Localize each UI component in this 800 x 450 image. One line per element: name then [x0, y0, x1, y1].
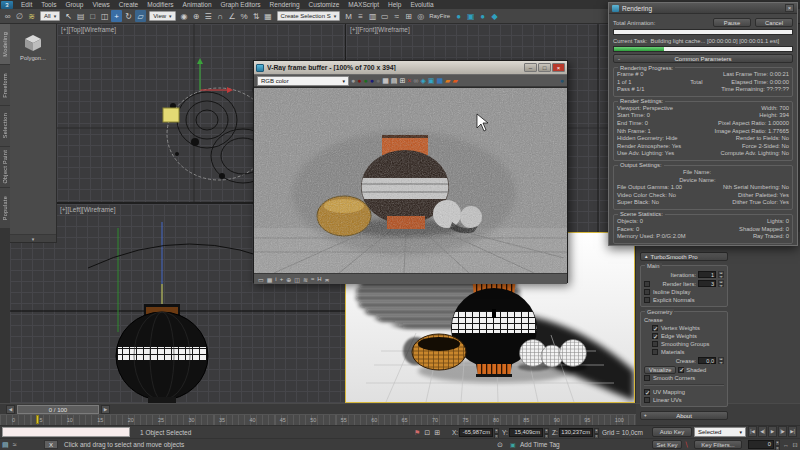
current-frame-field[interactable]: 0: [748, 440, 774, 449]
shaded-checkbox[interactable]: [678, 367, 684, 373]
shaded-basket[interactable]: [403, 334, 466, 370]
checkbox[interactable]: [652, 341, 658, 347]
iterations-field[interactable]: 1: [698, 271, 716, 278]
checkbox[interactable]: [652, 325, 658, 331]
vray-frame-buffer-window[interactable]: V-Ray frame buffer - [100% of 700 x 394]…: [253, 60, 568, 283]
select-and-scale-icon[interactable]: ▱: [135, 10, 146, 22]
crease-spinner[interactable]: ▲▼: [718, 357, 724, 364]
select-and-link-icon[interactable]: ∞: [2, 10, 13, 22]
pause-button[interactable]: Pause: [713, 18, 751, 27]
x-coord-field[interactable]: -65,987cm: [459, 428, 493, 437]
clear-image-icon[interactable]: ×: [407, 75, 411, 86]
menu-item[interactable]: Graph Editors: [221, 0, 261, 9]
select-and-manipulate-icon[interactable]: ⊕: [191, 10, 202, 22]
schematic-view-icon[interactable]: ⊞: [403, 10, 414, 22]
ribbon-tab[interactable]: Freeform: [0, 65, 10, 105]
checkbox-row[interactable]: Edge Weights: [652, 332, 724, 340]
unlink-selection-icon[interactable]: ∅: [14, 10, 25, 22]
y-coord-field[interactable]: 15,409cm: [509, 428, 543, 437]
select-and-move-icon[interactable]: +: [111, 10, 122, 22]
force-color-clamping-icon[interactable]: ▰: [445, 75, 450, 86]
layer-manager-icon[interactable]: ▥: [367, 10, 378, 22]
time-configuration-icon[interactable]: ⊙: [497, 439, 503, 450]
render-iters-checkbox[interactable]: [644, 281, 650, 287]
next-frame-button[interactable]: |▶: [778, 426, 787, 437]
menu-item[interactable]: Tools: [41, 0, 56, 9]
z-coord-spinner[interactable]: ▲▼: [594, 428, 599, 437]
cancel-button[interactable]: Cancel: [755, 18, 793, 27]
select-by-name-icon[interactable]: ▤: [75, 10, 86, 22]
checkbox-row[interactable]: UV Mapping: [644, 388, 724, 396]
turbosmooth-rollout-header[interactable]: ▲ TurboSmooth Pro: [640, 252, 728, 261]
named-selection-sets-dropdown[interactable]: Create Selection S: [277, 11, 341, 21]
menu-item[interactable]: Rendering: [270, 0, 300, 9]
vfb-compare-icon[interactable]: ▭: [258, 276, 264, 283]
select-object-icon[interactable]: ↖: [63, 10, 74, 22]
time-marker[interactable]: [36, 415, 39, 424]
checkbox-row[interactable]: Isoline Display: [644, 288, 724, 296]
percent-snap-icon[interactable]: %: [239, 10, 250, 22]
menu-item[interactable]: Modifiers: [147, 0, 173, 9]
spinner-snap-icon[interactable]: ⇅: [251, 10, 262, 22]
next-frame-arrow[interactable]: ▶: [101, 405, 110, 414]
checkbox[interactable]: [644, 397, 650, 403]
auto-key-button[interactable]: Auto Key: [652, 427, 692, 437]
vfb-curves-icon[interactable]: ≈: [311, 276, 314, 282]
vfb-close-button[interactable]: ×: [552, 63, 565, 72]
maxscript-listener-icon[interactable]: ▤: [2, 439, 9, 450]
angle-snap-icon[interactable]: ∠: [227, 10, 238, 22]
red-channel-icon[interactable]: ●: [357, 75, 361, 86]
menu-item[interactable]: Evolutia: [410, 0, 433, 9]
ribbon-tab[interactable]: Object Paint: [0, 147, 10, 187]
menu-item[interactable]: Animation: [183, 0, 212, 9]
menu-item[interactable]: Views: [92, 0, 109, 9]
crease-field[interactable]: 0,0: [698, 357, 716, 364]
region-render-icon[interactable]: ▣: [428, 75, 435, 86]
rgb-channels-icon[interactable]: ●: [351, 75, 355, 86]
select-and-rotate-icon[interactable]: ↻: [123, 10, 134, 22]
vfb-one-to-one-icon[interactable]: ◫: [294, 276, 300, 283]
channel-dropdown[interactable]: RGB color: [257, 76, 349, 86]
keyboard-shortcut-override-icon[interactable]: ☰: [203, 10, 214, 22]
use-pivot-point-icon[interactable]: ◉: [179, 10, 190, 22]
checkbox-row[interactable]: Explicit Normals: [644, 296, 724, 304]
ribbon-tab[interactable]: Selection: [0, 106, 10, 146]
view-clamped-colors-icon[interactable]: ▰: [452, 75, 457, 86]
alpha-channel-icon[interactable]: ●: [376, 75, 380, 86]
maxscript-mini-listener[interactable]: [2, 427, 130, 437]
checkbox[interactable]: [644, 375, 650, 381]
link-vfb-icon[interactable]: ∞: [413, 75, 418, 86]
play-button[interactable]: ▶: [768, 426, 777, 437]
vfb-pixel-info-icon[interactable]: i: [275, 276, 276, 282]
selection-filter-dropdown[interactable]: All: [40, 11, 60, 21]
time-slider[interactable]: 0 / 100: [17, 405, 99, 414]
go-to-end-button[interactable]: ▶|: [788, 426, 797, 437]
rendering-dialog-title-bar[interactable]: Rendering ×: [609, 3, 797, 14]
ribbon-panel-expand[interactable]: ▾: [10, 234, 56, 242]
window-crossing-icon[interactable]: ◫: [99, 10, 110, 22]
about-rollout[interactable]: + About: [640, 411, 728, 420]
menu-item[interactable]: Edit: [21, 0, 32, 9]
selection-set-dropdown[interactable]: Selected: [694, 427, 746, 437]
render-iters-spinner[interactable]: ▲▼: [718, 280, 724, 287]
track-mouse-icon[interactable]: ◈: [420, 75, 425, 86]
vfb-histogram-icon[interactable]: H: [317, 276, 321, 282]
checkbox[interactable]: [644, 389, 650, 395]
reference-coordinate-dropdown[interactable]: View: [149, 11, 175, 21]
checkbox[interactable]: [652, 349, 658, 355]
checkbox[interactable]: [652, 333, 658, 339]
checkbox-row[interactable]: Materials: [652, 348, 724, 356]
material-editor-icon[interactable]: ◎: [415, 10, 426, 22]
menu-item[interactable]: Group: [65, 0, 83, 9]
y-coord-spinner[interactable]: ▲▼: [544, 428, 549, 437]
vfb-grid-icon[interactable]: ▦: [267, 276, 273, 283]
render-production-icon[interactable]: ●: [477, 10, 488, 22]
common-parameters-rollout[interactable]: - Common Parameters: [613, 54, 793, 63]
align-icon[interactable]: ≡: [355, 10, 366, 22]
menu-item[interactable]: Create: [119, 0, 139, 9]
render-iterative-icon[interactable]: ◆: [489, 10, 500, 22]
viewport-front-label[interactable]: [+][Front][Wireframe]: [350, 26, 410, 33]
save-image-icon[interactable]: ▦: [382, 75, 389, 86]
iterations-spinner[interactable]: ▲▼: [718, 271, 724, 278]
macro-recorder-icon[interactable]: ≈: [13, 439, 17, 450]
